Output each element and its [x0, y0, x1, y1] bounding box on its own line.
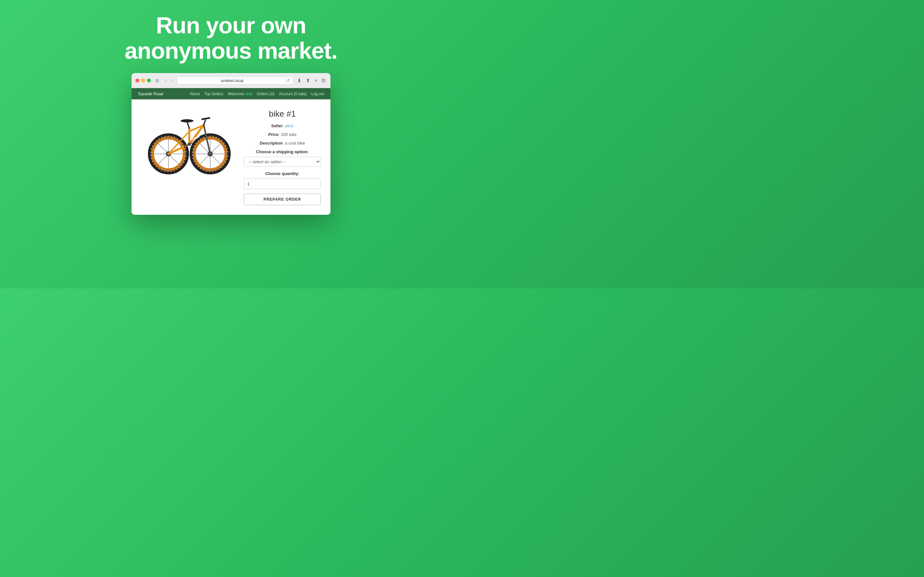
product-image-area: SURLY [138, 106, 234, 176]
site-logo: Squeak Road [138, 91, 163, 96]
prepare-order-button[interactable]: PREPARE ORDER [244, 193, 321, 205]
nav-links: About Top Sellers Welcome: bob Orders (0… [190, 92, 324, 96]
nav-logout[interactable]: Log out [311, 92, 324, 96]
site-nav: Squeak Road About Top Sellers Welcome: b… [132, 88, 330, 99]
price-label: Price [268, 132, 278, 137]
hero-line1: Run your own [156, 13, 306, 38]
description-value: a cool bike [285, 141, 305, 145]
product-image: SURLY [140, 106, 233, 176]
shipping-select[interactable]: -- select an option -- [244, 157, 321, 167]
browser-window: ⊞ ‹ › ↺ ⬇ ⬆ + ⧉ Squeak Road About Top Se… [132, 73, 330, 215]
svg-line-9 [157, 154, 168, 165]
hero-section: Run your own anonymous market. [124, 0, 337, 73]
sidebar-toggle-button[interactable]: ⊞ [153, 77, 161, 84]
download-button[interactable]: ⬇ [296, 77, 302, 84]
traffic-lights [136, 79, 151, 82]
traffic-light-maximize[interactable] [147, 79, 151, 82]
svg-line-21 [210, 143, 221, 154]
hero-line2: anonymous market. [124, 38, 337, 63]
browser-actions: ⬇ ⬆ + ⧉ [296, 77, 326, 84]
seller-label: Seller [271, 123, 282, 128]
traffic-light-minimize[interactable] [141, 79, 145, 82]
product-title: bike #1 [244, 109, 321, 119]
product-price: Price: 100 sats [244, 132, 321, 137]
url-bar[interactable] [180, 78, 284, 83]
product-description: Description: a cool bike [244, 141, 321, 145]
svg-line-20 [199, 154, 210, 165]
traffic-light-close[interactable] [136, 79, 139, 82]
quantity-label: Choose quantity: [244, 171, 321, 176]
url-bar-wrapper: ↺ [177, 76, 293, 85]
price-value: 100 sats [281, 132, 296, 137]
nav-account[interactable]: Account (0 sats) [279, 92, 307, 96]
back-button[interactable]: ‹ [164, 77, 168, 84]
svg-point-29 [181, 119, 194, 122]
nav-about[interactable]: About [190, 92, 200, 96]
product-details: bike #1 Seller: alice Price: 100 sats De… [241, 106, 324, 208]
shipping-label: Choose a shipping option: [244, 149, 321, 154]
product-layout: SURLY bike #1 Seller: alice [132, 99, 330, 215]
svg-line-30 [204, 120, 205, 125]
svg-line-31 [202, 118, 210, 119]
product-seller: Seller: alice [244, 123, 321, 128]
svg-line-8 [168, 154, 180, 165]
browser-chrome: ⊞ ‹ › ↺ ⬇ ⬆ + ⧉ [132, 73, 330, 88]
forward-button[interactable]: › [170, 77, 174, 84]
share-button[interactable]: ⬆ [304, 77, 311, 84]
nav-welcome-user: bob [246, 92, 252, 96]
quantity-input[interactable] [244, 179, 321, 189]
nav-welcome-label: Welcome: [228, 92, 245, 96]
website-content: Squeak Road About Top Sellers Welcome: b… [132, 88, 330, 215]
new-tab-button[interactable]: + [313, 77, 318, 84]
svg-rect-37 [184, 145, 187, 146]
seller-link[interactable]: alice [285, 123, 294, 128]
nav-orders[interactable]: Orders (0) [257, 92, 275, 96]
svg-line-7 [157, 143, 168, 154]
svg-line-28 [187, 122, 189, 128]
nav-top-sellers[interactable]: Top Sellers [204, 92, 223, 96]
svg-line-19 [210, 154, 221, 165]
description-label: Description [260, 141, 283, 145]
nav-welcome: Welcome: bob [228, 92, 252, 96]
tabs-button[interactable]: ⧉ [320, 77, 326, 84]
reload-button[interactable]: ↺ [286, 78, 290, 83]
